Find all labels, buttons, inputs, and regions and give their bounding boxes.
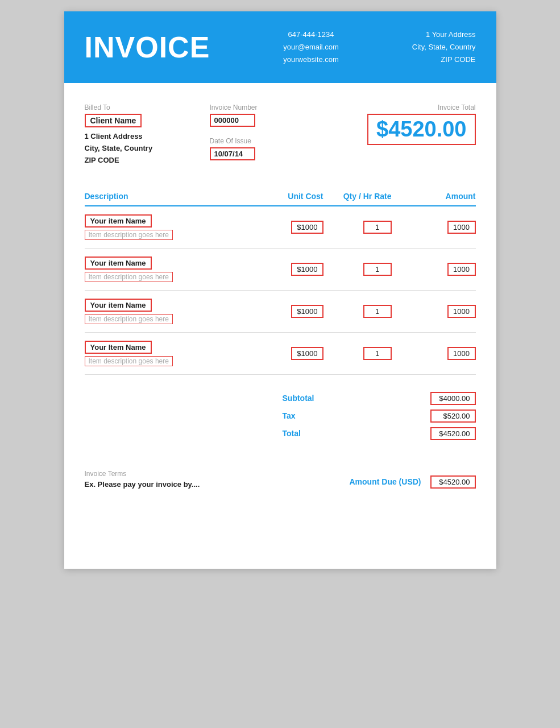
- item-desc-col: Your item Name Item description goes her…: [85, 257, 255, 282]
- table-section: Description Unit Cost Qty / Hr Rate Amou…: [64, 192, 496, 375]
- table-rows: Your item Name Item description goes her…: [85, 206, 476, 375]
- col-amt-header: Amount: [392, 192, 476, 201]
- col-desc-header: Description: [85, 192, 255, 201]
- item-qty-1[interactable]: 1: [363, 263, 392, 276]
- header-email: your@email.com: [283, 41, 339, 53]
- footer-right: Amount Due (USD) $4520.00: [350, 475, 476, 489]
- totals-table: Subtotal $4000.00 Tax $520.00 Total $452…: [283, 392, 476, 445]
- client-name-field[interactable]: Client Name: [85, 114, 142, 127]
- item-unit-col-1: $1000: [255, 263, 323, 276]
- terms-label: Invoice Terms: [85, 470, 200, 478]
- amount-due-label: Amount Due (USD): [350, 477, 421, 486]
- invoice-meta-block: Invoice Number 000000 Date Of Issue 10/0…: [210, 104, 335, 162]
- total-label: Total: [283, 429, 301, 438]
- header-address: 1 Your Address City, State, Country ZIP …: [412, 28, 476, 66]
- item-desc-col: Your Item Name Item description goes her…: [85, 341, 255, 366]
- item-unit-1[interactable]: $1000: [291, 263, 323, 276]
- table-row: Your Item Name Item description goes her…: [85, 333, 476, 375]
- invoice-page: INVOICE 647-444-1234 your@email.com your…: [64, 11, 496, 569]
- item-amount-2[interactable]: 1000: [447, 305, 476, 318]
- item-amount-col-0: 1000: [392, 221, 476, 234]
- item-name-1[interactable]: Your item Name: [85, 257, 152, 270]
- invoice-total-block: Invoice Total $4520.00: [335, 104, 476, 145]
- invoice-total-label: Invoice Total: [335, 104, 476, 111]
- header-website: yourwebsite.com: [283, 53, 339, 66]
- item-qty-col-0: 1: [323, 221, 392, 234]
- table-row: Your item Name Item description goes her…: [85, 291, 476, 333]
- header-address-line2: City, State, Country: [412, 41, 476, 53]
- billed-to-block: Billed To Client Name 1 Client Address C…: [85, 104, 210, 166]
- table-row: Your item Name Item description goes her…: [85, 249, 476, 291]
- item-qty-col-1: 1: [323, 263, 392, 276]
- item-description-1[interactable]: Item description goes here: [85, 272, 173, 282]
- item-unit-3[interactable]: $1000: [291, 347, 323, 360]
- col-qty-header: Qty / Hr Rate: [323, 192, 392, 201]
- invoice-header: INVOICE 647-444-1234 your@email.com your…: [64, 11, 496, 83]
- item-desc-col: Your item Name Item description goes her…: [85, 299, 255, 324]
- totals-section: Subtotal $4000.00 Tax $520.00 Total $452…: [64, 375, 496, 450]
- client-address-line2: City, State, Country: [85, 143, 210, 155]
- terms-text: Ex. Please pay your invoice by....: [85, 480, 200, 489]
- footer-section: Invoice Terms Ex. Please pay your invoic…: [64, 456, 496, 509]
- item-amount-col-2: 1000: [392, 305, 476, 318]
- item-description-0[interactable]: Item description goes here: [85, 230, 173, 240]
- tax-row: Tax $520.00: [283, 410, 476, 423]
- header-contact: 647-444-1234 your@email.com yourwebsite.…: [283, 28, 339, 66]
- amount-due-value[interactable]: $4520.00: [430, 475, 476, 489]
- header-phone: 647-444-1234: [283, 28, 339, 41]
- client-address-line1: 1 Client Address: [85, 131, 210, 143]
- tax-value[interactable]: $520.00: [430, 410, 476, 423]
- total-row: Total $4520.00: [283, 427, 476, 440]
- item-qty-3[interactable]: 1: [363, 347, 392, 360]
- item-unit-2[interactable]: $1000: [291, 305, 323, 318]
- billing-section: Billed To Client Name 1 Client Address C…: [64, 83, 496, 177]
- subtotal-label: Subtotal: [283, 394, 314, 403]
- item-qty-col-3: 1: [323, 347, 392, 360]
- invoice-number-label: Invoice Number: [210, 104, 335, 111]
- table-row: Your item Name Item description goes her…: [85, 206, 476, 249]
- billed-to-label: Billed To: [85, 104, 210, 111]
- item-description-2[interactable]: Item description goes here: [85, 314, 173, 324]
- invoice-total-value[interactable]: $4520.00: [367, 114, 476, 145]
- subtotal-value[interactable]: $4000.00: [430, 392, 476, 405]
- header-address-line3: ZIP CODE: [412, 53, 476, 66]
- table-header: Description Unit Cost Qty / Hr Rate Amou…: [85, 192, 476, 206]
- item-unit-col-2: $1000: [255, 305, 323, 318]
- item-name-0[interactable]: Your item Name: [85, 214, 152, 228]
- tax-label: Tax: [283, 411, 296, 420]
- item-qty-col-2: 1: [323, 305, 392, 318]
- item-qty-2[interactable]: 1: [363, 305, 392, 318]
- item-amount-0[interactable]: 1000: [447, 221, 476, 234]
- item-amount-3[interactable]: 1000: [447, 347, 476, 360]
- invoice-number-field[interactable]: 000000: [210, 114, 255, 127]
- item-amount-col-1: 1000: [392, 263, 476, 276]
- client-address-line3: ZIP CODE: [85, 155, 210, 167]
- subtotal-row: Subtotal $4000.00: [283, 392, 476, 405]
- item-amount-1[interactable]: 1000: [447, 263, 476, 276]
- item-amount-col-3: 1000: [392, 347, 476, 360]
- invoice-title: INVOICE: [85, 30, 210, 64]
- item-description-3[interactable]: Item description goes here: [85, 356, 173, 366]
- terms-block: Invoice Terms Ex. Please pay your invoic…: [85, 470, 200, 489]
- item-name-2[interactable]: Your item Name: [85, 299, 152, 312]
- date-field[interactable]: 10/07/14: [210, 147, 255, 160]
- col-unit-header: Unit Cost: [255, 192, 323, 201]
- item-unit-col-3: $1000: [255, 347, 323, 360]
- item-unit-0[interactable]: $1000: [291, 221, 323, 234]
- item-qty-0[interactable]: 1: [363, 221, 392, 234]
- item-desc-col: Your item Name Item description goes her…: [85, 214, 255, 240]
- item-name-3[interactable]: Your Item Name: [85, 341, 152, 354]
- date-label: Date Of Issue: [210, 137, 335, 145]
- header-address-line1: 1 Your Address: [412, 28, 476, 41]
- item-unit-col-0: $1000: [255, 221, 323, 234]
- total-value[interactable]: $4520.00: [430, 427, 476, 440]
